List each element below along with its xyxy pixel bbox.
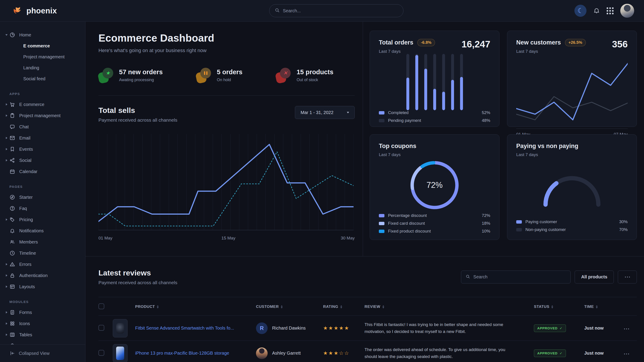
bookmark-icon: [10, 146, 15, 152]
apps-grid-button[interactable]: [607, 7, 614, 14]
sidebar-item-chat[interactable]: Chat: [0, 121, 85, 132]
stat-on-hold: 5 ordersOn hold: [196, 68, 242, 83]
sidebar-item-home[interactable]: Home: [0, 29, 85, 40]
sidebar-item-label: Notifications: [19, 228, 44, 233]
collapse-view-button[interactable]: Collapsed View: [0, 344, 85, 362]
sidebar-item-authentication[interactable]: Authentication: [0, 270, 85, 281]
status-badge: APPROVED✓: [534, 325, 566, 332]
product-thumb-cell: [113, 319, 135, 338]
sidebar-item-label: Faq: [19, 206, 27, 211]
dashboard-cards: Total orders -6.8% Last 7 days 16,247 Co…: [363, 22, 644, 256]
sidebar-item-notifications[interactable]: Notifications: [0, 225, 85, 236]
sidebar-item-social[interactable]: Social: [0, 155, 85, 166]
row-checkbox[interactable]: [98, 350, 104, 356]
order-stats-row: ★57 new ordersAwating processing5 orders…: [98, 68, 355, 83]
sidebar-item-faq[interactable]: Faq: [0, 203, 85, 214]
sort-icon: [551, 306, 553, 308]
sidebar-item-label: Components: [19, 344, 44, 345]
reviews-more-button[interactable]: [618, 271, 637, 284]
latest-reviews-section: Latest reviews Payment received across a…: [86, 257, 644, 362]
rating-stars: ★★★☆☆: [323, 350, 364, 356]
sidebar-item-members[interactable]: Members: [0, 236, 85, 248]
time-cell: Just now: [584, 351, 624, 356]
order-bar-completed: [415, 55, 418, 110]
sidebar-subitem-project-management[interactable]: Project management: [0, 51, 85, 62]
sidebar-section-label-pages: PAGES: [0, 177, 85, 192]
legend-value: 70%: [619, 227, 628, 232]
column-header-review[interactable]: REVIEW: [364, 305, 534, 309]
sidebar-item-components[interactable]: Components: [0, 340, 85, 344]
notifications-button[interactable]: [593, 7, 600, 14]
caret-icon: [5, 159, 8, 161]
sidebar-subitem-e-commerce[interactable]: E commerce: [0, 40, 85, 51]
row-more-button[interactable]: [624, 354, 630, 355]
product-thumbnail[interactable]: [113, 344, 128, 362]
sidebar-section-label-apps: APPS: [0, 84, 85, 99]
sidebar-item-label: Home: [19, 32, 31, 37]
sidebar-item-label: Starter: [19, 195, 33, 200]
column-header-time[interactable]: TIME: [584, 305, 624, 309]
global-search-input[interactable]: [283, 8, 398, 13]
series-previous-period: [516, 97, 628, 120]
total-orders-value: 16,247: [462, 39, 490, 50]
order-bar-completed: [451, 80, 454, 110]
select-all-checkbox[interactable]: [98, 304, 104, 309]
all-products-button[interactable]: All products: [575, 271, 614, 284]
sidebar-item-email[interactable]: Email: [0, 132, 85, 144]
row-checkbox-cell: [98, 325, 113, 332]
legend-swatch: [379, 119, 384, 122]
sidebar-subitem-landing[interactable]: Landing: [0, 62, 85, 73]
top-coupons-center-value: 72%: [426, 180, 442, 190]
product-thumb-cell: [113, 344, 135, 362]
product-link[interactable]: iPhone 13 pro max-Pacific Blue-128GB sto…: [135, 351, 256, 356]
row-more-button[interactable]: [624, 329, 630, 329]
legend-item-completed: Completed52%: [379, 110, 490, 115]
sidebar-item-events[interactable]: Events: [0, 144, 85, 155]
bell-icon: [10, 228, 15, 234]
sidebar-item-calendar[interactable]: Calendar: [0, 166, 85, 177]
sidebar-item-layouts[interactable]: Layouts: [0, 281, 85, 292]
sidebar-item-errors[interactable]: Errors: [0, 259, 85, 270]
cube-icon: [10, 343, 15, 344]
column-header-customer[interactable]: CUSTOMER: [256, 305, 323, 309]
customer-avatar: [256, 348, 268, 359]
sidebar-item-starter[interactable]: Starter: [0, 192, 85, 203]
legend-swatch: [516, 220, 522, 224]
sidebar-item-e-commerce[interactable]: E commerce: [0, 99, 85, 110]
legend-item-paying-customer: Paying customer30%: [516, 219, 628, 224]
order-bar: [424, 54, 427, 110]
main-content: Ecommerce Dashboard Here's what's going …: [86, 22, 644, 362]
sidebar-item-forms[interactable]: Forms: [0, 307, 85, 318]
row-checkbox[interactable]: [98, 325, 104, 331]
product-thumbnail[interactable]: [113, 319, 128, 338]
reviews-search-input[interactable]: [473, 274, 566, 280]
date-range-value: Mar 1 - 31, 2022: [300, 110, 334, 115]
sidebar-subitem-social-feed[interactable]: Social feed: [0, 73, 85, 84]
product-link[interactable]: Fitbit Sense Advanced Smartwatch with To…: [135, 326, 256, 331]
sidebar-item-label: Authentication: [19, 273, 48, 278]
lock-icon: [10, 273, 15, 278]
column-header-rating[interactable]: RATING: [323, 305, 364, 309]
order-bar-completed: [406, 78, 409, 110]
column-header-status[interactable]: STATUS: [534, 305, 584, 309]
product-cell: iPhone 13 pro max-Pacific Blue-128GB sto…: [135, 351, 256, 356]
bell-icon: [593, 7, 600, 14]
caret-icon: [5, 114, 8, 117]
total-sells-x-axis: 01 May15 May30 May: [98, 236, 355, 243]
user-avatar[interactable]: [620, 4, 634, 18]
paying-subtitle: Last 7 days: [516, 152, 578, 157]
sidebar-item-project-management[interactable]: Project management: [0, 110, 85, 121]
x-tick-label: 15 May: [222, 236, 236, 241]
sidebar-item-timeline[interactable]: Timeline: [0, 248, 85, 259]
sidebar-item-tables[interactable]: Tables: [0, 329, 85, 340]
check-icon: ✓: [560, 326, 562, 330]
column-header-product[interactable]: PRODUCT: [135, 305, 256, 309]
x-status-icon: ✕: [276, 68, 291, 83]
customer-name: Richard Dawkins: [272, 326, 306, 331]
sidebar-item-pricing[interactable]: Pricing: [0, 214, 85, 225]
theme-toggle-button[interactable]: ☾: [574, 5, 586, 17]
date-range-select[interactable]: Mar 1 - 31, 2022: [295, 106, 355, 119]
caret-icon: [5, 286, 8, 288]
brand-logo[interactable]: phoenix: [13, 6, 57, 16]
sidebar-item-icons[interactable]: Icons: [0, 318, 85, 329]
